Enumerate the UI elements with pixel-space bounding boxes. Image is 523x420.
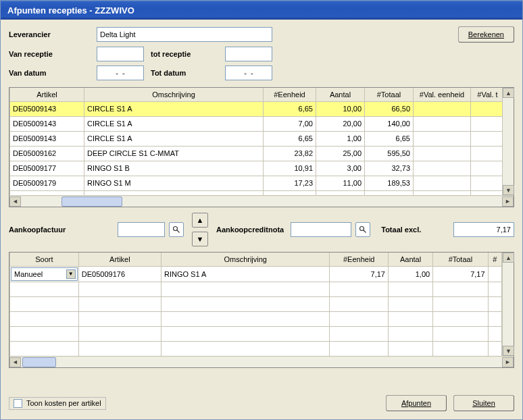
cell-omschrijving: CIRCLE S1 A: [84, 131, 264, 146]
scroll-right-icon[interactable]: ►: [502, 196, 514, 207]
table-row[interactable]: DE05009162DEEP CIRCLE S1 C-MMAT23,8225,0…: [10, 146, 503, 161]
scroll-up-icon[interactable]: ▲: [503, 88, 514, 98]
vscroll-track[interactable]: [503, 263, 514, 346]
filter-row-3: Van datum Tot datum: [9, 65, 514, 80]
window-title: Afpunten recepties - ZZZWIVO: [7, 5, 134, 16]
scroll-down-icon[interactable]: ▼: [503, 346, 514, 356]
table-row[interactable]: DE05009143CIRCLE S1 A6,6510,0066,50: [10, 101, 503, 116]
table-row[interactable]: [10, 282, 502, 296]
cell-val-t: [471, 116, 503, 131]
chevron-down-icon: ▼: [66, 269, 76, 279]
col2-eenheid[interactable]: #Eenheid: [330, 253, 389, 266]
col2-extra[interactable]: #: [488, 253, 501, 266]
cell-totaal: 140,00: [365, 116, 414, 131]
col-eenheid[interactable]: #Eenheid: [264, 88, 316, 101]
hscroll-thumb[interactable]: [61, 196, 122, 207]
vscroll-track[interactable]: [503, 98, 514, 185]
scroll-right-icon[interactable]: ►: [502, 357, 514, 367]
table-row[interactable]: [10, 296, 502, 311]
cell-eenheid: 6,65: [264, 101, 316, 116]
cell-eenheid: 17,23: [264, 176, 316, 190]
cell-aantal: 3,00: [316, 161, 365, 176]
cell-val-t: [471, 101, 503, 116]
scroll-left-icon[interactable]: ◄: [9, 357, 21, 367]
cell-val-eenheid: [414, 131, 471, 146]
footer-bar: Toon kosten per artikel Afpunten Sluiten: [9, 395, 514, 411]
cell-artikel: DE05009143: [10, 101, 84, 116]
table-row[interactable]: Manueel▼DE05009176RINGO S1 A7,171,007,17: [10, 266, 502, 282]
tot-receptie-input[interactable]: [225, 47, 272, 61]
grid2-vscroll[interactable]: ▲ ▼: [502, 253, 514, 356]
table-row[interactable]: DE05009177RINGO S1 B10,913,0032,73: [10, 161, 503, 176]
cell-omschrijving: CIRCLE S1 A: [84, 101, 264, 116]
table-row[interactable]: [10, 326, 502, 341]
col-artikel[interactable]: Artikel: [10, 88, 84, 101]
hscroll-track[interactable]: [21, 196, 502, 207]
cell-aantal: 11,00: [316, 190, 365, 195]
col-val-eenheid[interactable]: #Val. eenheid: [414, 88, 471, 101]
hscroll-track[interactable]: [21, 357, 502, 367]
soort-select[interactable]: Manueel▼: [11, 267, 78, 281]
move-up-button[interactable]: ▲: [192, 213, 208, 228]
col2-soort[interactable]: Soort: [10, 253, 79, 266]
col-totaal[interactable]: #Totaal: [365, 88, 414, 101]
scroll-left-icon[interactable]: ◄: [9, 196, 21, 207]
cell-eenheid: 10,91: [264, 161, 316, 176]
checkbox-icon[interactable]: [14, 399, 22, 408]
cell-omschrijving: DEEP CIRCLE S1 C-MMAT: [84, 146, 264, 161]
aankoopcreditnota-lookup-button[interactable]: [355, 222, 370, 237]
lines-grid[interactable]: Soort Artikel Omschrijving #Eenheid Aant…: [9, 252, 514, 368]
cell-omschrijving: RINGO S1 M: [84, 176, 264, 190]
table-row[interactable]: DE05009143CIRCLE S1 A7,0020,00140,00: [10, 116, 503, 131]
cell-eenheid: 156,01: [264, 190, 316, 195]
hscroll-thumb[interactable]: [22, 357, 56, 367]
receptions-header-row: Artikel Omschrijving #Eenheid Aantal #To…: [10, 88, 503, 101]
receptions-grid[interactable]: Artikel Omschrijving #Eenheid Aantal #To…: [9, 87, 514, 207]
tot-datum-input[interactable]: [225, 65, 272, 80]
cell-totaal: 1716,11: [365, 190, 414, 195]
afpunten-button[interactable]: Afpunten: [386, 395, 447, 411]
grid1-vscroll[interactable]: ▲ ▼: [502, 88, 514, 195]
cell-aantal: 20,00: [316, 116, 365, 131]
scroll-up-icon[interactable]: ▲: [503, 253, 514, 263]
table-row[interactable]: DE05009179RINGO S1 M17,2311,00189,53: [10, 176, 503, 190]
grid2-hscroll[interactable]: ◄ ►: [9, 356, 514, 367]
table-row[interactable]: DE05010068FLAMBO S 70 D18 INOX EP156,011…: [10, 190, 503, 195]
table-row[interactable]: [10, 311, 502, 326]
col2-omschrijving[interactable]: Omschrijving: [161, 253, 329, 266]
cell-aantal: 10,00: [316, 101, 365, 116]
sluiten-button[interactable]: Sluiten: [453, 395, 514, 411]
col2-artikel[interactable]: Artikel: [78, 253, 161, 266]
leverancier-label: Leverancier: [9, 30, 97, 38]
leverancier-input[interactable]: [97, 27, 272, 42]
cell-val-t: [471, 131, 503, 146]
col-aantal[interactable]: Aantal: [316, 88, 365, 101]
table-row[interactable]: DE05009143CIRCLE S1 A6,651,006,65: [10, 131, 503, 146]
van-receptie-label: Van receptie: [9, 50, 97, 58]
col2-aantal[interactable]: Aantal: [388, 253, 432, 266]
search-icon: [359, 226, 367, 234]
scroll-down-icon[interactable]: ▼: [503, 185, 514, 195]
van-datum-input[interactable]: [97, 65, 144, 80]
svg-point-0: [174, 227, 178, 231]
aankoopfactuur-lookup-button[interactable]: [169, 222, 184, 237]
cell-aantal: 25,00: [316, 146, 365, 161]
berekenen-button[interactable]: Berekenen: [458, 26, 514, 43]
toon-kosten-checkbox-wrap[interactable]: Toon kosten per artikel: [9, 397, 106, 410]
col-val-t[interactable]: #Val. t: [471, 88, 503, 101]
van-receptie-input[interactable]: [97, 47, 144, 61]
filter-row-2: Van receptie tot receptie: [9, 47, 514, 61]
cell-omschrijving: FLAMBO S 70 D18 INOX EP: [84, 190, 264, 195]
aankoopcreditnota-input[interactable]: [291, 222, 351, 237]
svg-line-1: [177, 230, 180, 233]
aankoopfactuur-input[interactable]: [118, 222, 165, 237]
cell-totaal: 66,50: [365, 101, 414, 116]
cell-aantal: 1,00: [316, 131, 365, 146]
table-row[interactable]: [10, 341, 502, 356]
search-icon: [172, 226, 180, 234]
move-down-button[interactable]: ▼: [192, 232, 208, 246]
cell-totaal: 7,17: [433, 266, 488, 282]
col2-totaal[interactable]: #Totaal: [433, 253, 488, 266]
grid1-hscroll[interactable]: ◄ ►: [9, 195, 514, 207]
col-omschrijving[interactable]: Omschrijving: [84, 88, 264, 101]
